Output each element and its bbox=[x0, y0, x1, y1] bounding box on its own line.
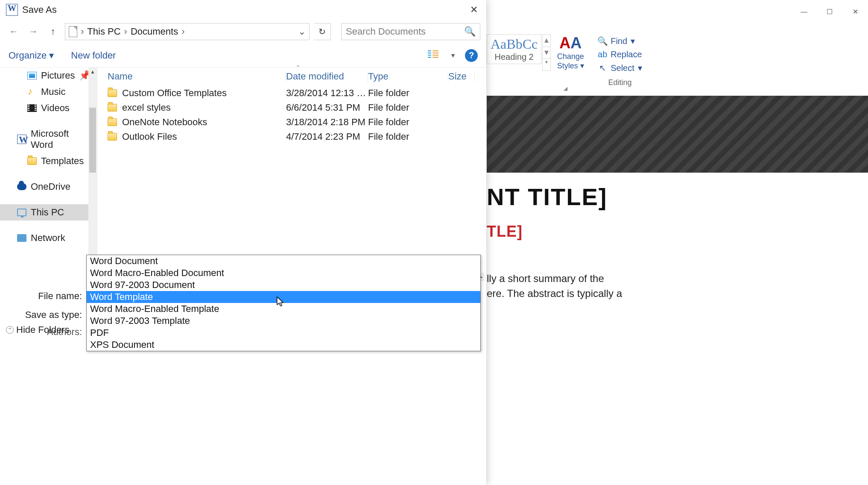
cloud-ico bbox=[17, 182, 26, 191]
caret-down-icon[interactable]: ▾ bbox=[451, 51, 455, 59]
tree-item-label: Videos bbox=[41, 103, 70, 114]
folder-icon bbox=[108, 104, 117, 112]
address-bar[interactable]: › This PC › Documents › ⌄ bbox=[65, 23, 310, 40]
styles-expand[interactable]: ▾ bbox=[543, 59, 550, 71]
type-option[interactable]: Word 97-2003 Document bbox=[87, 279, 480, 291]
chevron-up-icon: ⌃ bbox=[6, 326, 14, 334]
file-row[interactable]: Outlook Files4/7/2014 2:23 PMFile folder bbox=[97, 129, 486, 144]
search-icon: 🔍 bbox=[464, 26, 476, 37]
find-button[interactable]: 🔍Find ▾ bbox=[598, 34, 642, 48]
dialog-titlebar: Save As ✕ bbox=[0, 0, 486, 20]
svg-rect-5 bbox=[433, 53, 438, 53]
hide-folders-button[interactable]: ⌃ Hide Folders bbox=[6, 324, 70, 335]
tree-item-label: Templates bbox=[41, 156, 84, 167]
chevron-right-icon: › bbox=[81, 26, 84, 37]
dialog-close-button[interactable]: ✕ bbox=[464, 1, 484, 18]
tree-item-pictures[interactable]: Pictures📌 bbox=[0, 68, 97, 84]
file-date: 3/18/2014 2:18 PM bbox=[286, 117, 368, 128]
tree-item-network[interactable]: Network bbox=[0, 230, 97, 246]
file-type: File folder bbox=[368, 131, 448, 142]
dialog-toolbar: Organize ▾ New folder ▾ ? bbox=[0, 44, 486, 68]
tree-item-label: OneDrive bbox=[31, 181, 70, 192]
ribbon-fragment: AaBbCc Heading 2 ▴ ▾ ▾ AA Change Styles … bbox=[487, 34, 868, 96]
search-input[interactable]: Search Documents 🔍 bbox=[341, 23, 480, 40]
style-heading2[interactable]: AaBbCc Heading 2 bbox=[487, 34, 541, 64]
select-button[interactable]: ↖Select ▾ bbox=[598, 61, 642, 75]
nav-bar: ← → ↑ › This PC › Documents › ⌄ ↻ Search… bbox=[0, 20, 486, 44]
replace-button[interactable]: abReplace bbox=[598, 48, 642, 61]
file-name: Custom Office Templates bbox=[122, 88, 227, 99]
folder-ico bbox=[27, 156, 37, 166]
location-icon bbox=[69, 26, 77, 37]
svg-rect-4 bbox=[433, 50, 438, 51]
type-option[interactable]: PDF bbox=[87, 327, 480, 339]
document-body-text: lly a short summary of the ere. The abst… bbox=[487, 271, 864, 301]
file-row[interactable]: OneNote Notebooks3/18/2014 2:18 PMFile f… bbox=[97, 115, 486, 129]
sidebar-scrollbar[interactable]: ▲ ▼ bbox=[88, 68, 97, 281]
help-button[interactable]: ? bbox=[465, 49, 478, 62]
type-option[interactable]: Word 97-2003 Template bbox=[87, 315, 480, 327]
breadcrumb-folder[interactable]: Documents bbox=[131, 26, 178, 37]
address-dropdown-icon[interactable]: ⌄ bbox=[298, 26, 306, 37]
tree-item-this-pc[interactable]: This PC bbox=[0, 204, 97, 220]
scroll-thumb[interactable] bbox=[89, 108, 96, 173]
column-size[interactable]: Size bbox=[448, 71, 475, 82]
svg-rect-1 bbox=[428, 53, 431, 53]
file-name: excel styles bbox=[122, 102, 171, 113]
styles-scroll-up[interactable]: ▴ bbox=[543, 35, 550, 47]
file-row[interactable]: excel styles6/6/2014 5:31 PMFile folder bbox=[97, 100, 486, 115]
document-subtitle-placeholder: TLE] bbox=[487, 223, 864, 241]
tree-item-microsoft-word[interactable]: WMicrosoft Word bbox=[0, 126, 97, 153]
view-options-button[interactable] bbox=[427, 50, 441, 62]
word-system-buttons: — ☐ ✕ bbox=[487, 0, 868, 24]
style-name-label: Heading 2 bbox=[491, 52, 538, 62]
word-close-button[interactable]: ✕ bbox=[842, 3, 868, 21]
organize-menu[interactable]: Organize ▾ bbox=[9, 50, 54, 61]
file-date: 3/28/2014 12:13 … bbox=[286, 88, 368, 99]
change-styles-label: Change Styles ▾ bbox=[553, 52, 587, 71]
nav-back-button[interactable]: ← bbox=[6, 24, 21, 39]
tree-item-label: Network bbox=[31, 232, 65, 244]
type-option[interactable]: XPS Document bbox=[87, 339, 480, 351]
scroll-up-icon[interactable]: ▲ bbox=[88, 68, 97, 76]
column-type[interactable]: Type bbox=[368, 71, 448, 82]
type-option[interactable]: Word Macro-Enabled Document bbox=[87, 267, 480, 279]
tree-item-label: Pictures bbox=[41, 70, 75, 81]
styles-scroll-down[interactable]: ▾ bbox=[543, 47, 550, 59]
caret-down-icon: ▾ bbox=[49, 50, 54, 61]
dialog-launcher-icon[interactable]: ◢ bbox=[564, 85, 567, 91]
svg-rect-0 bbox=[428, 50, 431, 51]
nav-up-button[interactable]: ↑ bbox=[45, 24, 61, 39]
vid-ico bbox=[27, 103, 37, 113]
tree-item-onedrive[interactable]: OneDrive bbox=[0, 179, 97, 195]
breadcrumb-root[interactable]: This PC bbox=[87, 26, 120, 37]
document-header-image bbox=[487, 96, 868, 173]
file-type: File folder bbox=[368, 88, 448, 99]
svg-rect-2 bbox=[428, 55, 431, 56]
column-headers: Name Date modified Type Size bbox=[97, 68, 486, 86]
tree-item-templates[interactable]: Templates bbox=[0, 153, 97, 169]
change-styles-icon: AA bbox=[553, 34, 587, 52]
file-name: OneNote Notebooks bbox=[122, 117, 207, 128]
word-app-icon bbox=[6, 4, 18, 16]
tree-item-label: Microsoft Word bbox=[31, 128, 92, 150]
tree-item-music[interactable]: Music bbox=[0, 84, 97, 100]
tree-item-label: This PC bbox=[31, 207, 64, 218]
new-folder-button[interactable]: New folder bbox=[71, 50, 116, 61]
column-date[interactable]: Date modified bbox=[286, 71, 368, 82]
editing-group-label: Editing bbox=[598, 78, 642, 87]
change-styles-button[interactable]: AA Change Styles ▾ bbox=[553, 34, 587, 71]
column-name[interactable]: Name bbox=[108, 71, 286, 82]
maximize-button[interactable]: ☐ bbox=[817, 3, 842, 21]
refresh-button[interactable]: ↻ bbox=[314, 23, 331, 40]
file-row[interactable]: Custom Office Templates3/28/2014 12:13 …… bbox=[97, 86, 486, 100]
dialog-title: Save As bbox=[22, 4, 57, 15]
svg-rect-6 bbox=[433, 55, 438, 56]
tree-item-videos[interactable]: Videos bbox=[0, 100, 97, 116]
type-option[interactable]: Word Document bbox=[87, 255, 480, 267]
minimize-button[interactable]: — bbox=[791, 3, 817, 21]
file-date: 4/7/2014 2:23 PM bbox=[286, 131, 368, 142]
folder-icon bbox=[108, 133, 117, 141]
file-name-label: File name: bbox=[6, 291, 86, 302]
nav-forward-button[interactable]: → bbox=[26, 24, 41, 39]
